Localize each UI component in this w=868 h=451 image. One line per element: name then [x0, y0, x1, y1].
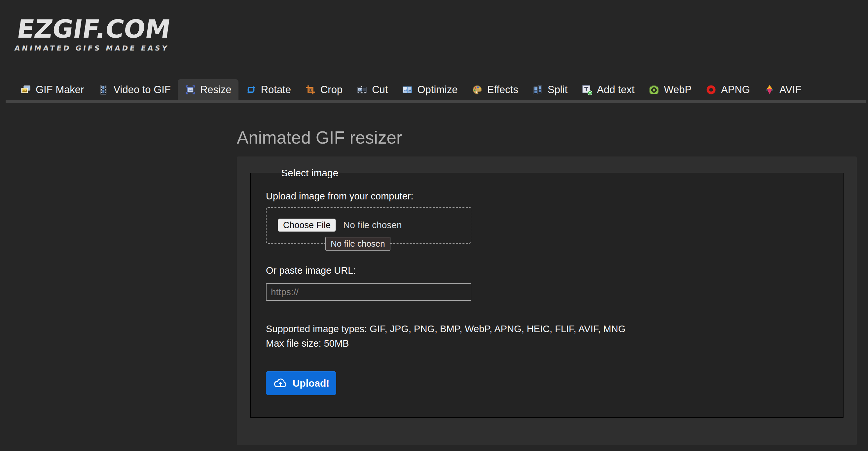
max-file-size-line: Max file size: 50MB: [266, 336, 828, 351]
site-logo-tagline: ANIMATED GIFS MADE EASY: [14, 44, 169, 52]
select-image-fieldset: Select image Upload image from your comp…: [250, 167, 844, 418]
nav-underline-strip: [6, 100, 866, 103]
video-to-gif-icon: [98, 84, 109, 95]
nav-item-gif-maker[interactable]: GIF Maker: [13, 79, 91, 100]
nav-item-rotate[interactable]: Rotate: [239, 79, 298, 100]
cloud-upload-icon: [273, 376, 288, 391]
nav-item-cut[interactable]: Cut: [349, 79, 395, 100]
nav-item-crop[interactable]: Crop: [298, 79, 349, 100]
nav-item-label: WebP: [664, 84, 692, 96]
crop-icon: [305, 84, 316, 95]
cut-icon: [356, 84, 368, 95]
upload-button-label: Upload!: [292, 378, 330, 389]
rotate-icon: [245, 84, 257, 95]
effects-icon: [472, 84, 483, 95]
file-drop-zone[interactable]: Choose File No file chosen No file chose…: [266, 207, 471, 244]
gif-maker-icon: [20, 84, 31, 95]
nav-item-resize[interactable]: Resize: [178, 79, 239, 100]
no-file-chosen-tooltip: No file chosen: [326, 237, 391, 251]
nav-item-label: GIF Maker: [36, 84, 84, 96]
nav-item-label: Rotate: [261, 84, 291, 96]
upload-button[interactable]: Upload!: [266, 371, 336, 395]
fieldset-legend: Select image: [278, 167, 342, 179]
nav-item-effects[interactable]: Effects: [465, 79, 525, 100]
nav-item-label: APNG: [721, 84, 750, 96]
supported-types-text: Supported image types: GIF, JPG, PNG, BM…: [266, 322, 828, 351]
content-panel: Select image Upload image from your comp…: [237, 157, 857, 445]
nav-item-label: Optimize: [417, 84, 458, 96]
nav-item-add-text[interactable]: Add text: [575, 79, 642, 100]
webp-icon: [648, 84, 659, 95]
resize-icon: [185, 84, 196, 95]
nav-item-label: Resize: [200, 84, 231, 96]
nav-item-optimize[interactable]: Optimize: [395, 79, 464, 100]
nav-item-label: Crop: [320, 84, 342, 96]
no-file-chosen-text: No file chosen: [343, 220, 402, 230]
apng-icon: [706, 84, 717, 95]
nav-item-label: AVIF: [779, 84, 802, 96]
split-icon: [532, 84, 543, 95]
nav-item-webp[interactable]: WebP: [642, 79, 699, 100]
nav-item-label: Add text: [597, 84, 634, 96]
site-logo-title: EZGIF.COM: [16, 17, 174, 42]
site-logo[interactable]: EZGIF.COM ANIMATED GIFS MADE EASY: [14, 17, 174, 52]
page-title: Animated GIF resizer: [237, 127, 402, 148]
choose-file-button[interactable]: Choose File: [278, 219, 336, 232]
optimize-icon: [402, 84, 413, 95]
nav-item-video-to-gif[interactable]: Video to GIF: [91, 79, 177, 100]
image-url-input[interactable]: [266, 283, 471, 301]
supported-types-line: Supported image types: GIF, JPG, PNG, BM…: [266, 322, 828, 336]
nav-item-label: Effects: [487, 84, 518, 96]
nav-item-apng[interactable]: APNG: [699, 79, 757, 100]
nav-item-label: Split: [548, 84, 567, 96]
add-text-icon: [581, 84, 593, 95]
nav-item-label: Cut: [372, 84, 388, 96]
nav-item-split[interactable]: Split: [525, 79, 575, 100]
nav-item-avif[interactable]: AVIF: [757, 79, 809, 100]
nav-item-label: Video to GIF: [113, 84, 170, 96]
upload-from-computer-label: Upload image from your computer:: [266, 191, 828, 202]
avif-icon: [764, 84, 775, 95]
file-input-row: Choose File No file chosen: [267, 208, 471, 232]
main-nav: GIF Maker Video to GIF Resize: [13, 79, 808, 100]
paste-url-label: Or paste image URL:: [266, 265, 828, 276]
